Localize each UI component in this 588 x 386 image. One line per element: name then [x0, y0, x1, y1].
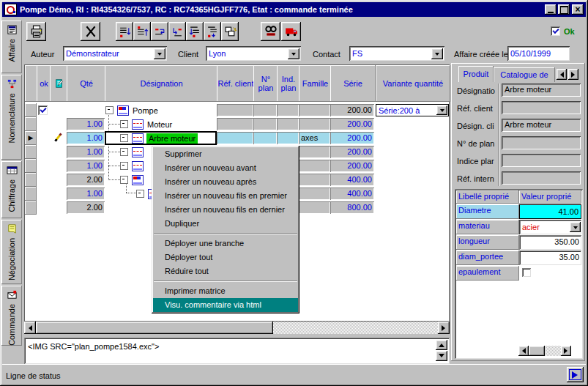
chevron-down-icon[interactable]	[436, 105, 447, 115]
n-plan-field[interactable]	[502, 136, 581, 149]
comment-textarea[interactable]: <IMG SRC="plan_pompe1584.exc">	[24, 338, 450, 364]
insert-after-button[interactable]	[133, 22, 151, 41]
menu-item-reduire-tout[interactable]: Réduire tout	[153, 264, 298, 278]
designation-field[interactable]: Arbre moteur	[502, 83, 581, 97]
serie-cell[interactable]: 200.00	[330, 132, 374, 144]
row-header[interactable]	[25, 103, 37, 117]
chevron-down-icon[interactable]	[570, 222, 581, 232]
col-header-ref-client[interactable]: Réf. client	[217, 65, 255, 102]
prop-label-diam-portee[interactable]: diam_portee	[456, 250, 519, 265]
famille-cell[interactable]	[299, 201, 330, 214]
client-select[interactable]: Lyon	[206, 46, 301, 61]
close-button[interactable]: ×	[572, 4, 584, 15]
famille-cell[interactable]	[299, 146, 330, 158]
prop-value-epaulement-checkbox[interactable]	[522, 268, 531, 277]
famille-cell[interactable]	[299, 160, 330, 172]
row-header[interactable]	[25, 173, 37, 187]
row-header[interactable]	[25, 117, 37, 131]
delete-button[interactable]	[81, 22, 100, 41]
col-header-serie[interactable]: Série	[330, 65, 376, 102]
ok-cell[interactable]	[37, 104, 50, 116]
ref-client-cell[interactable]	[217, 118, 253, 130]
menu-item-dupliquer[interactable]: Dupliquer	[153, 217, 298, 231]
ok-checkbox[interactable]	[551, 26, 560, 36]
prop-value-longueur[interactable]: 350.00	[519, 235, 581, 250]
menu-item-visu-commentaire[interactable]: Visu. commentaire via html	[153, 298, 298, 312]
serie-cell[interactable]: 400.00	[330, 174, 374, 186]
tab-scroll-right-button[interactable]	[568, 69, 578, 80]
row-header[interactable]	[25, 187, 37, 201]
qty-cell[interactable]: 1.00	[67, 160, 105, 172]
scroll-thumb[interactable]	[36, 322, 273, 334]
move-row-button[interactable]	[151, 22, 168, 41]
ind-plan-cell[interactable]	[277, 118, 299, 130]
famille-cell[interactable]	[299, 118, 330, 130]
serie-cell[interactable]: 200.00	[330, 160, 374, 172]
search-button[interactable]	[261, 22, 280, 41]
prop-label-header[interactable]: Libellé proprié	[456, 190, 519, 204]
serie-cell[interactable]: 800.00	[330, 201, 374, 214]
auteur-select[interactable]: Démonstrateur	[63, 46, 167, 61]
tree-node-label[interactable]: Moteur	[147, 120, 172, 129]
tab-catalogue[interactable]: Catalogue de	[494, 67, 555, 82]
tree-expand-box[interactable]	[120, 162, 128, 170]
tree-expand-box[interactable]	[120, 148, 128, 156]
insert-child-last-button[interactable]	[204, 22, 221, 41]
menu-item-imprimer-matrice[interactable]: Imprimer matrice	[153, 284, 298, 298]
chevron-down-icon[interactable]	[288, 48, 299, 59]
insert-child-first-button[interactable]	[186, 22, 204, 41]
designation-cell[interactable]: Moteur	[105, 118, 217, 130]
serie-cell[interactable]: 200.00	[330, 118, 374, 130]
app-icon[interactable]	[4, 4, 17, 15]
col-header-ind-plan[interactable]: Ind. plan	[277, 65, 300, 102]
col-header-designation[interactable]: Désignation	[105, 65, 218, 102]
prop-scroll-thumb[interactable]	[529, 346, 545, 356]
qty-cell[interactable]: 1.00	[67, 118, 105, 130]
designation-cell-selected[interactable]: Arbre moteur	[105, 131, 217, 145]
tree-expand-box[interactable]	[120, 120, 128, 128]
insert-before-button[interactable]	[116, 22, 133, 41]
scroll-left-button[interactable]	[24, 322, 36, 334]
menu-item-inserer-fils-dernier[interactable]: Insérer un nouveau fils en dernier	[153, 203, 298, 217]
prop-scroll-right-button[interactable]	[561, 346, 571, 356]
scroll-track[interactable]	[273, 322, 438, 334]
n-plan-cell[interactable]	[253, 104, 277, 116]
tree-expand-box[interactable]	[105, 106, 113, 114]
date-field[interactable]: 05/10/1999	[507, 46, 570, 61]
minimize-button[interactable]	[545, 4, 557, 15]
tab-produit[interactable]: Produit	[458, 66, 494, 82]
sidebar-tab-nomenclature[interactable]: Nomenclature	[1, 75, 22, 160]
tree-expand-box[interactable]	[120, 134, 128, 142]
spin-up-button[interactable]	[436, 340, 447, 350]
tree-expand-box[interactable]	[120, 176, 128, 184]
row-header-current[interactable]: ▶	[25, 131, 37, 145]
ind-plan-cell[interactable]	[277, 104, 299, 116]
indice-plan-field[interactable]	[502, 154, 581, 167]
designation-cell[interactable]: Pompe	[105, 104, 217, 116]
prop-scroll-track[interactable]	[545, 346, 561, 356]
print-button[interactable]	[26, 22, 46, 41]
prop-label-longueur[interactable]: longueur	[456, 235, 519, 250]
prop-label-diametre[interactable]: Diametre	[456, 204, 519, 219]
famille-cell[interactable]	[299, 174, 330, 186]
qty-cell[interactable]: 1.00	[67, 146, 105, 158]
famille-cell[interactable]: axes	[299, 132, 330, 144]
famille-cell[interactable]	[299, 104, 330, 116]
tab-scroll-left-button[interactable]	[557, 69, 567, 80]
title-bar[interactable]: Pompe Démo, RI : RI4354326/7537, RC : RC…	[2, 2, 586, 17]
design-client-field[interactable]: Arbre moteur	[502, 119, 581, 132]
row-header[interactable]	[25, 145, 37, 159]
col-header-n-plan[interactable]: N° plan	[253, 65, 278, 102]
qty-cell[interactable]: 1.00	[67, 188, 105, 200]
row-header[interactable]	[25, 201, 37, 215]
spin-down-button[interactable]	[436, 351, 447, 361]
scroll-right-button[interactable]	[438, 322, 450, 334]
sidebar-tab-commande[interactable]: Commande	[1, 286, 22, 346]
contact-select[interactable]: FS	[349, 46, 444, 61]
col-header-famille[interactable]: Famille	[299, 65, 332, 102]
col-header-note[interactable]	[50, 65, 68, 102]
sidebar-tab-chiffrage[interactable]: Chiffrage	[1, 161, 22, 218]
menu-item-deployer-branche[interactable]: Déployer une branche	[153, 237, 298, 250]
menu-item-inserer-apres[interactable]: Insérer un nouveau après	[153, 175, 298, 189]
tree-expand-box[interactable]	[136, 190, 144, 198]
